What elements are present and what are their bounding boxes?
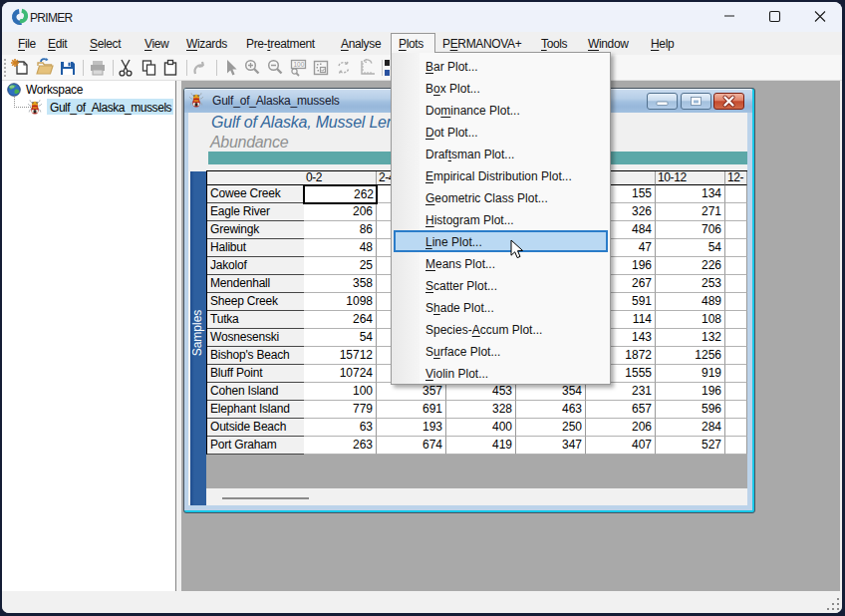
svg-text:100: 100 [294, 61, 305, 68]
